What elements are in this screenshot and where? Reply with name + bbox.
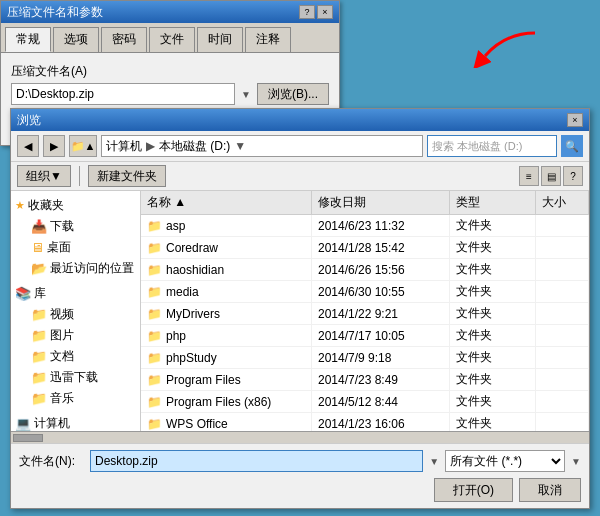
file-size xyxy=(535,413,588,432)
file-size xyxy=(535,391,588,413)
up-button[interactable]: 📁▲ xyxy=(69,135,97,157)
tree-item-label: 音乐 xyxy=(50,390,74,407)
view-list-button[interactable]: ≡ xyxy=(519,166,539,186)
folder-icon: 📥 xyxy=(31,219,47,234)
file-type: 文件夹 xyxy=(450,281,535,303)
library-section: 📚 库 📁 视频 📁 图片 📁 文档 xyxy=(11,283,140,409)
tree-item-video[interactable]: 📁 视频 xyxy=(27,304,140,325)
tree-item-recent[interactable]: 📂 最近访问的位置 xyxy=(27,258,140,279)
search-button[interactable]: 🔍 xyxy=(561,135,583,157)
tab-general[interactable]: 常规 xyxy=(5,27,51,52)
tree-item-thunder[interactable]: 📁 迅雷下载 xyxy=(27,367,140,388)
tab-file[interactable]: 文件 xyxy=(149,27,195,52)
favorites-header[interactable]: ★ 收藏夹 xyxy=(11,195,140,216)
folder-icon: 📂 xyxy=(31,261,47,276)
horizontal-scrollbar[interactable] xyxy=(11,431,589,443)
filename-label: 压缩文件名(A) xyxy=(11,63,329,80)
table-row[interactable]: 📁Coredraw 2014/1/28 15:42 文件夹 xyxy=(141,237,589,259)
table-row[interactable]: 📁Program Files (x86) 2014/5/12 8:44 文件夹 xyxy=(141,391,589,413)
back-button[interactable]: ◀ xyxy=(17,135,39,157)
table-row[interactable]: 📁WPS Office 2014/1/23 16:06 文件夹 xyxy=(141,413,589,432)
action-separator xyxy=(79,166,80,186)
tree-item-label: 图片 xyxy=(50,327,74,344)
forward-button[interactable]: ▶ xyxy=(43,135,65,157)
file-list: 📁asp 2014/6/23 11:32 文件夹 📁Coredraw 2014/… xyxy=(141,215,589,432)
tab-time[interactable]: 时间 xyxy=(197,27,243,52)
file-folder-icon: 📁 xyxy=(147,285,162,299)
file-type: 文件夹 xyxy=(450,347,535,369)
table-header: 名称 ▲ 修改日期 类型 大小 xyxy=(141,191,589,215)
scrollbar-thumb[interactable] xyxy=(13,434,43,442)
file-name: 📁Program Files xyxy=(141,369,311,391)
tree-item-music[interactable]: 📁 音乐 xyxy=(27,388,140,409)
file-name: 📁MyDrivers xyxy=(141,303,311,325)
file-size xyxy=(535,347,588,369)
col-header-name[interactable]: 名称 ▲ xyxy=(141,191,311,215)
file-size xyxy=(535,259,588,281)
browse-button[interactable]: 浏览(B)... xyxy=(257,83,329,105)
filename-row: ▼ 浏览(B)... xyxy=(11,83,329,105)
col-header-type[interactable]: 类型 xyxy=(450,191,535,215)
tree-item-pictures[interactable]: 📁 图片 xyxy=(27,325,140,346)
tab-options[interactable]: 选项 xyxy=(53,27,99,52)
table-row[interactable]: 📁media 2014/6/30 10:55 文件夹 xyxy=(141,281,589,303)
filename-input[interactable] xyxy=(11,83,235,105)
view-details-button[interactable]: ▤ xyxy=(541,166,561,186)
filetype-select[interactable]: 所有文件 (*.*) xyxy=(445,450,565,472)
library-header[interactable]: 📚 库 xyxy=(11,283,140,304)
file-date: 2014/7/23 8:49 xyxy=(311,369,450,391)
browse-close-button[interactable]: × xyxy=(567,113,583,127)
file-folder-icon: 📁 xyxy=(147,417,162,431)
tab-comment[interactable]: 注释 xyxy=(245,27,291,52)
col-header-date[interactable]: 修改日期 xyxy=(311,191,450,215)
file-name: 📁WPS Office xyxy=(141,413,311,432)
table-row[interactable]: 📁php 2014/7/17 10:05 文件夹 xyxy=(141,325,589,347)
favorites-label: 收藏夹 xyxy=(28,197,64,214)
file-date: 2014/7/9 9:18 xyxy=(311,347,450,369)
tree-item-label: 视频 xyxy=(50,306,74,323)
compress-title: 压缩文件名和参数 xyxy=(7,4,103,21)
folder-icon: 📁 xyxy=(31,349,47,364)
help-button[interactable]: ? xyxy=(299,5,315,19)
file-date: 2014/6/23 11:32 xyxy=(311,215,450,237)
filename-input[interactable] xyxy=(90,450,423,472)
cancel-button[interactable]: 取消 xyxy=(519,478,581,502)
tree-item-label: 迅雷下载 xyxy=(50,369,98,386)
open-button[interactable]: 打开(O) xyxy=(434,478,513,502)
tree-item-desktop[interactable]: 🖥 桌面 xyxy=(27,237,140,258)
table-row[interactable]: 📁Program Files 2014/7/23 8:49 文件夹 xyxy=(141,369,589,391)
title-bar-buttons: ? × xyxy=(299,5,333,19)
library-icon: 📚 xyxy=(15,286,31,301)
folder-icon: 📁 xyxy=(31,307,47,322)
file-date: 2014/1/23 16:06 xyxy=(311,413,450,432)
new-folder-button[interactable]: 新建文件夹 xyxy=(88,165,166,187)
file-size xyxy=(535,281,588,303)
tree-item-documents[interactable]: 📁 文档 xyxy=(27,346,140,367)
file-name: 📁media xyxy=(141,281,311,303)
tab-password[interactable]: 密码 xyxy=(101,27,147,52)
file-type: 文件夹 xyxy=(450,215,535,237)
view-help-button[interactable]: ? xyxy=(563,166,583,186)
table-row[interactable]: 📁MyDrivers 2014/1/22 9:21 文件夹 xyxy=(141,303,589,325)
file-date: 2014/6/30 10:55 xyxy=(311,281,450,303)
organize-button[interactable]: 组织▼ xyxy=(17,165,71,187)
file-size xyxy=(535,325,588,347)
table-row[interactable]: 📁phpStudy 2014/7/9 9:18 文件夹 xyxy=(141,347,589,369)
computer-header[interactable]: 💻 计算机 xyxy=(11,413,140,431)
view-buttons: ≡ ▤ ? xyxy=(519,166,583,186)
col-header-size[interactable]: 大小 xyxy=(535,191,588,215)
tree-panel: ★ 收藏夹 📥 下载 🖥 桌面 📂 最近访问的位置 xyxy=(11,191,141,431)
browse-main: ★ 收藏夹 📥 下载 🖥 桌面 📂 最近访问的位置 xyxy=(11,191,589,431)
file-date: 2014/6/26 15:56 xyxy=(311,259,450,281)
table-row[interactable]: 📁haoshidian 2014/6/26 15:56 文件夹 xyxy=(141,259,589,281)
tree-item-label: 最近访问的位置 xyxy=(50,260,134,277)
file-name: 📁php xyxy=(141,325,311,347)
tree-item-label: 文档 xyxy=(50,348,74,365)
file-panel: 名称 ▲ 修改日期 类型 大小 📁asp 2014/6/23 11:32 文件夹… xyxy=(141,191,589,431)
table-row[interactable]: 📁asp 2014/6/23 11:32 文件夹 xyxy=(141,215,589,237)
close-button[interactable]: × xyxy=(317,5,333,19)
file-size xyxy=(535,369,588,391)
tree-item-download[interactable]: 📥 下载 xyxy=(27,216,140,237)
file-name: 📁asp xyxy=(141,215,311,237)
file-type: 文件夹 xyxy=(450,369,535,391)
